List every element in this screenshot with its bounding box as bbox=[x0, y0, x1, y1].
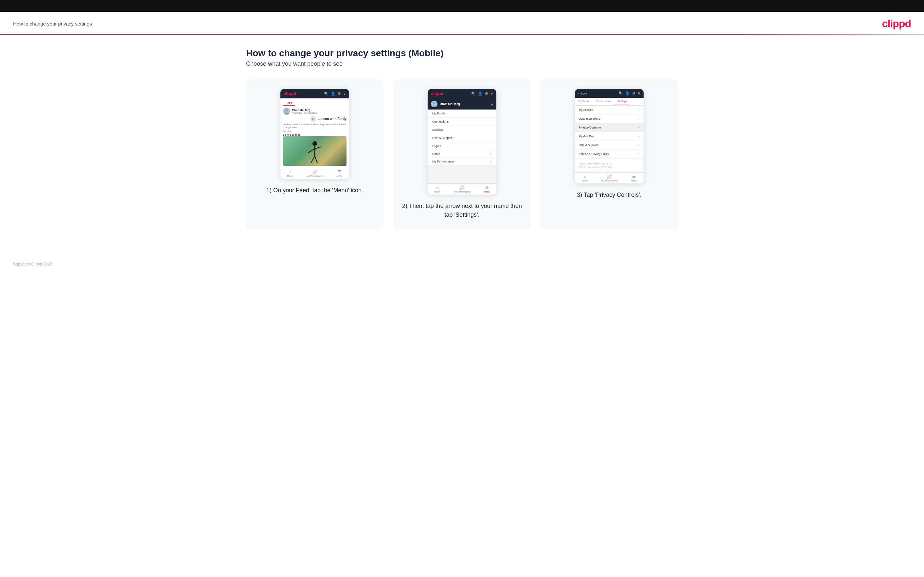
feed-title: Lesson with Fordy bbox=[318, 117, 347, 121]
privacy-controls-label: Privacy Controls bbox=[579, 126, 601, 129]
phone-icons-2: 🔍 👤 ⚙ ∨ bbox=[471, 92, 493, 96]
nav-home-3: ⌂ Home bbox=[582, 174, 588, 182]
menu-item-settings: Settings bbox=[428, 126, 496, 134]
nav-menu-2: ✕ Menu bbox=[484, 185, 490, 193]
svg-point-1 bbox=[284, 113, 289, 115]
phone-topbar-1: clippd 🔍 👤 ⚙ ∨ bbox=[280, 89, 349, 98]
menu-user-left: Blair McHarg bbox=[431, 101, 460, 107]
settings-tabs: My Profile Connections Settings bbox=[575, 98, 644, 106]
step-1-card: clippd 🔍 👤 ⚙ ∨ Feed bbox=[246, 79, 383, 229]
step-1-caption: 1) On your Feed, tap the 'Menu' icon. bbox=[267, 186, 363, 195]
lesson-icon: 🏌 bbox=[310, 116, 316, 122]
menu-icon-3: ☰ bbox=[632, 174, 636, 179]
menu-bg-blur bbox=[428, 165, 496, 184]
step-2-caption: 2) Then, tap the arrow next to your name… bbox=[400, 202, 524, 219]
feed-image bbox=[283, 136, 347, 166]
main-content: How to change your privacy settings (Mob… bbox=[233, 35, 691, 242]
menu-section-performance: My Performance ∨ bbox=[428, 158, 496, 165]
page-heading: How to change your privacy settings (Mob… bbox=[246, 48, 678, 58]
menu-performance-label: My Performance bbox=[432, 160, 454, 163]
header-title: How to change your privacy settings bbox=[13, 21, 92, 26]
settings-item-my-account[interactable]: My Account > bbox=[575, 106, 644, 114]
step-2-card: clippd 🔍 👤 ⚙ ∨ Blair McHarg bbox=[393, 79, 531, 229]
chevron-icon-2: ∨ bbox=[491, 92, 493, 96]
my-account-label: My Account bbox=[579, 108, 593, 111]
feed-duration-label: Duration bbox=[283, 130, 347, 132]
nav-menu-3: ☰ Menu bbox=[631, 174, 637, 182]
settings-list: My Account > Data Integrations > Privacy… bbox=[575, 106, 644, 158]
settings-item-data-integrations[interactable]: Data Integrations > bbox=[575, 114, 644, 123]
settings-back-bar: < Back 🔍 👤 ⚙ ∨ bbox=[575, 89, 644, 98]
home-icon-3: ⌂ bbox=[583, 174, 586, 179]
search-icon-3: 🔍 bbox=[619, 91, 623, 95]
menu-chevron: ∧ bbox=[491, 102, 493, 106]
privacy-controls-chevron: > bbox=[638, 126, 640, 129]
my-account-chevron: > bbox=[638, 108, 640, 111]
menu-item-my-profile: My Profile bbox=[428, 110, 496, 118]
service-privacy-label: Service & Privacy Policy bbox=[579, 152, 609, 156]
performance-icon: 📈 bbox=[312, 170, 317, 174]
settings-item-service-privacy[interactable]: Service & Privacy Policy bbox=[575, 150, 644, 158]
performance-chevron: ∨ bbox=[490, 160, 492, 163]
feed-content: Blair McHarg Yesterday · Sunningdale 🏌 L… bbox=[280, 106, 349, 168]
page-subheading: Choose what you want people to see bbox=[246, 60, 678, 67]
menu-section-home: Home ∨ bbox=[428, 150, 496, 158]
tab-my-profile[interactable]: My Profile bbox=[575, 98, 593, 105]
feed-tab: Feed bbox=[283, 100, 295, 106]
help-support-label: Help & Support bbox=[579, 143, 598, 147]
search-icon-2: 🔍 bbox=[471, 92, 476, 96]
data-integrations-label: Data Integrations bbox=[579, 117, 600, 120]
tab-settings[interactable]: Settings bbox=[614, 98, 630, 105]
performance-icon-2: 📈 bbox=[460, 185, 465, 190]
nav-home-2: ⌂ Home bbox=[434, 185, 440, 193]
menu-item-connections: Connections bbox=[428, 118, 496, 126]
copyright: Copyright Clippd 2022 bbox=[13, 262, 52, 266]
post-header: Blair McHarg Yesterday · Sunningdale bbox=[283, 108, 347, 115]
phone-bottom-nav-2: ⌂ Home 📈 My Performance ✕ Menu bbox=[428, 184, 496, 195]
nav-performance-2: 📈 My Performance bbox=[454, 185, 470, 193]
phone-bottom-nav-3: ⌂ Home 📈 My Performance ☰ Menu bbox=[575, 172, 644, 184]
step-3-card: < Back 🔍 👤 ⚙ ∨ My Profile Connections Se… bbox=[541, 79, 678, 229]
feed-desc: Looking to feel like my hands are exitin… bbox=[283, 123, 347, 129]
settings-item-privacy-controls[interactable]: Privacy Controls > bbox=[575, 123, 644, 132]
svg-line-4 bbox=[308, 149, 315, 153]
menu-item-logout: Logout bbox=[428, 142, 496, 150]
nav-performance: 📈 My Performance bbox=[307, 170, 323, 177]
feed-avatar bbox=[283, 108, 290, 115]
settings-icon-3: ⚙ bbox=[632, 91, 635, 95]
phone-logo-2: clippd bbox=[431, 91, 443, 96]
settings-back-label: < Back bbox=[578, 92, 587, 95]
feed-username: Blair McHarg bbox=[292, 108, 317, 112]
nav-home-label-3: Home bbox=[582, 179, 588, 182]
my-golf-bag-label: My Golf Bag bbox=[579, 135, 594, 138]
nav-performance-label-2: My Performance bbox=[454, 190, 470, 193]
nav-performance-label: My Performance bbox=[307, 175, 323, 177]
menu-item-help-support: Help & Support bbox=[428, 134, 496, 142]
menu-user-row: Blair McHarg ∧ bbox=[428, 98, 496, 110]
menu-icon-2: ✕ bbox=[485, 185, 488, 190]
settings-item-help-support[interactable]: Help & Support bbox=[575, 141, 644, 150]
phone-icons-3: 🔍 👤 ⚙ ∨ bbox=[619, 91, 640, 95]
svg-point-2 bbox=[312, 141, 317, 146]
nav-home-label: Home bbox=[287, 175, 293, 177]
nav-performance-label-3: My Performance bbox=[601, 179, 618, 182]
footer: Copyright Clippd 2022 bbox=[0, 255, 924, 273]
menu-icon: ☰ bbox=[338, 170, 341, 174]
chevron-icon: ∨ bbox=[343, 92, 346, 96]
svg-line-7 bbox=[315, 156, 317, 163]
tab-connections[interactable]: Connections bbox=[593, 98, 614, 105]
nav-menu-label: Menu bbox=[337, 175, 342, 177]
feed-user-info: Blair McHarg Yesterday · Sunningdale bbox=[292, 108, 317, 114]
feed-meta: Yesterday · Sunningdale bbox=[292, 112, 317, 114]
user-icon-2: 👤 bbox=[478, 92, 483, 96]
svg-point-9 bbox=[432, 105, 436, 107]
user-icon: 👤 bbox=[331, 92, 335, 96]
settings-item-my-golf-bag[interactable]: My Golf Bag > bbox=[575, 132, 644, 141]
top-bar bbox=[0, 0, 924, 12]
logo: clippd bbox=[882, 18, 911, 30]
settings-icon-2: ⚙ bbox=[485, 92, 488, 96]
menu-user-avatar bbox=[431, 101, 438, 107]
menu-overlay: My Profile Connections Settings Help & S… bbox=[428, 110, 496, 184]
home-icon: ⌂ bbox=[289, 170, 291, 174]
nav-menu-label-2: Menu bbox=[484, 190, 490, 193]
